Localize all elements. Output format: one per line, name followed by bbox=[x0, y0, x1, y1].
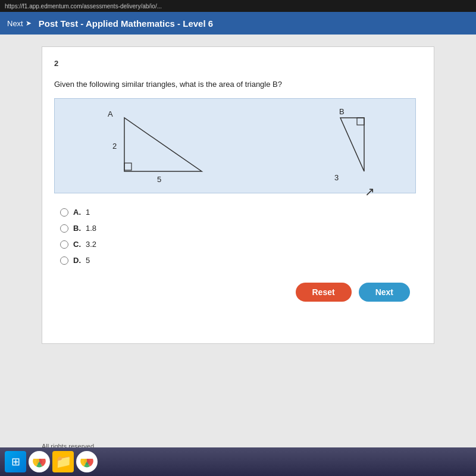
option-c[interactable]: C. 3.2 bbox=[60, 240, 416, 249]
taskbar-windows-icon[interactable]: ⊞ bbox=[5, 451, 26, 472]
option-d-value: 5 bbox=[86, 256, 90, 265]
option-d[interactable]: D. 5 bbox=[60, 256, 416, 265]
triangle-b-label: B bbox=[339, 107, 345, 116]
option-b-letter: B. bbox=[73, 224, 81, 233]
option-d-letter: D. bbox=[73, 256, 81, 265]
radio-c[interactable] bbox=[60, 240, 68, 249]
taskbar-chrome-icon[interactable] bbox=[29, 451, 50, 472]
next-button[interactable]: Next bbox=[359, 283, 410, 302]
nav-next-label: Next bbox=[7, 19, 23, 28]
option-c-letter: C. bbox=[73, 240, 81, 249]
radio-d[interactable] bbox=[60, 256, 68, 265]
triangle-a-side1-label: 2 bbox=[112, 142, 117, 151]
option-a-value: 1 bbox=[86, 208, 90, 217]
triangle-a-label: A bbox=[108, 109, 113, 118]
radio-b[interactable] bbox=[60, 224, 68, 233]
triangle-b-container: B 3 bbox=[281, 106, 376, 186]
browser-nav-bar: Next ➤ Post Test - Applied Mathematics -… bbox=[0, 12, 476, 35]
button-row: Reset Next bbox=[54, 283, 416, 302]
url-bar: https://f1.app.edmentum.com/assessments-… bbox=[0, 0, 476, 12]
url-text: https://f1.app.edmentum.com/assessments-… bbox=[5, 3, 162, 10]
question-text: Given the following similar triangles, w… bbox=[54, 80, 416, 89]
option-c-value: 3.2 bbox=[86, 240, 96, 249]
reset-button[interactable]: Reset bbox=[296, 283, 352, 302]
triangle-diagram: A 2 5 B 3 bbox=[54, 98, 416, 193]
svg-rect-1 bbox=[124, 163, 131, 170]
option-b[interactable]: B. 1.8 bbox=[60, 224, 416, 233]
option-b-value: 1.8 bbox=[86, 224, 96, 233]
triangle-b-svg: B 3 bbox=[281, 106, 376, 183]
triangle-a-container: A 2 5 bbox=[95, 106, 214, 186]
content-wrapper: 2 Given the following similar triangles,… bbox=[0, 35, 476, 439]
nav-next-button[interactable]: Next ➤ bbox=[7, 19, 32, 28]
taskbar-folder-icon[interactable]: 📁 bbox=[52, 451, 74, 472]
question-number: 2 bbox=[54, 59, 416, 68]
svg-rect-3 bbox=[357, 118, 364, 125]
taskbar-chrome2-icon[interactable] bbox=[76, 451, 98, 472]
answer-options: A. 1 B. 1.8 C. 3.2 D. 5 bbox=[60, 208, 416, 265]
triangle-a-svg: A 2 5 bbox=[95, 106, 214, 183]
taskbar: ⊞ 📁 bbox=[0, 447, 476, 476]
svg-marker-2 bbox=[340, 118, 364, 171]
svg-marker-0 bbox=[124, 118, 202, 171]
option-a-letter: A. bbox=[73, 208, 81, 217]
triangle-b-side1-label: 3 bbox=[334, 173, 339, 182]
nav-arrow-icon: ➤ bbox=[26, 19, 32, 27]
page-title: Post Test - Applied Mathematics - Level … bbox=[39, 18, 213, 29]
question-card: 2 Given the following similar triangles,… bbox=[42, 46, 434, 344]
triangle-a-side2-label: 5 bbox=[157, 175, 161, 183]
radio-a[interactable] bbox=[60, 208, 68, 217]
option-a[interactable]: A. 1 bbox=[60, 208, 416, 217]
